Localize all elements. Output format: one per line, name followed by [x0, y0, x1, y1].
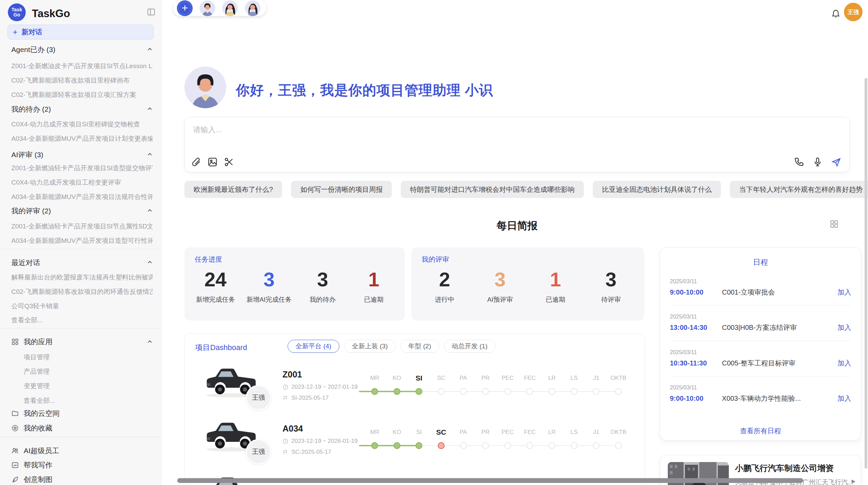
section-agent-done[interactable]: Agent已办 (3)	[11, 45, 55, 54]
my-apps-label: 我的应用	[24, 337, 52, 347]
view-all-schedule-link[interactable]: 查看所有日程	[660, 426, 861, 436]
send-icon[interactable]	[831, 157, 841, 167]
app-title: TaskGo	[32, 8, 70, 20]
picture-icon	[11, 461, 19, 469]
stat-ai-pre-review: 3 AI预评审	[480, 268, 520, 304]
join-button[interactable]: 加入	[837, 394, 851, 403]
project-flag: SI-2025-05-17	[282, 395, 329, 401]
milestone: LR	[541, 426, 563, 449]
chevron-up-icon[interactable]	[146, 259, 153, 266]
news-title[interactable]: 小鹏飞行汽车制造公司增资	[735, 463, 834, 474]
schedule-time: 9:00-10:00	[670, 395, 722, 402]
section-recent-chats[interactable]: 最近对话	[11, 258, 40, 268]
stat-value: 1	[353, 268, 394, 291]
scroll-down-arrow[interactable]: ▼	[827, 467, 832, 472]
suggestion-chip[interactable]: 当下年轻人对汽车外观有怎样的喜好趋势	[730, 181, 868, 198]
tab-new-platform[interactable]: 全新平台 (4)	[288, 340, 339, 353]
sidebar-collapse-icon[interactable]	[147, 8, 156, 16]
scissors-icon[interactable]	[224, 157, 234, 167]
stat-value: 3	[246, 268, 292, 291]
sidebar-item[interactable]: C02-飞腾新能源轻客改款项目立项汇报方案	[11, 90, 153, 99]
horizontal-scrollbar[interactable]	[177, 478, 803, 483]
sidebar-item[interactable]: C0X4-动力总成开发项目SI里程碑提交物检查	[11, 120, 153, 129]
greeting-title: 你好，王强，我是你的项目管理助理 小识	[236, 81, 493, 100]
sidebar-item[interactable]: Z001-全新燃油轻卡产品开发项目SI节点属性5D文件评审	[11, 222, 153, 231]
recent-chat-item[interactable]: C02-飞腾新能源轻客改款项目的闭环通告反馈情况	[11, 287, 153, 296]
avatar[interactable]	[245, 0, 261, 16]
milestone-dot	[415, 388, 422, 395]
sidebar-item[interactable]: C0X4-动力总成开发项目工程变更评审	[11, 178, 153, 187]
section-my-todo[interactable]: 我的待办 (2)	[11, 104, 51, 114]
app-item-project-mgmt[interactable]: 项目管理	[24, 353, 50, 362]
avatar[interactable]	[200, 0, 215, 16]
add-conversation-button[interactable]: +	[177, 0, 193, 16]
suggestion-chip[interactable]: 如何写一份清晰的项目周报	[291, 181, 392, 198]
suggestion-chip[interactable]: 欧洲新规最近颁布了什么?	[184, 181, 282, 198]
project-flag-text: SC-2025-05-17	[291, 449, 331, 456]
sidebar-item[interactable]: A034-全新新能源MUV产品开发项目法规符合性评审	[11, 192, 153, 201]
sidebar-item[interactable]: Z001-全新燃油皮卡产品开发项目SI节点Lesson Learn报告	[11, 62, 153, 71]
recent-view-all[interactable]: 查看全部...	[11, 316, 153, 325]
image-icon[interactable]	[207, 157, 218, 167]
app-item-product-mgmt[interactable]: 产品管理	[24, 367, 50, 376]
sidebar-item-help-write[interactable]: 帮我写作	[11, 460, 52, 470]
chevron-up-icon[interactable]	[146, 105, 153, 112]
project-name[interactable]: Z001	[282, 370, 302, 380]
avatar[interactable]	[222, 0, 238, 16]
scroll-right-arrow[interactable]: ▶	[852, 478, 856, 484]
section-ai-review[interactable]: AI评审 (3)	[11, 150, 43, 160]
join-button[interactable]: 加入	[837, 359, 851, 368]
chevron-up-icon[interactable]	[146, 338, 153, 345]
sidebar-item-cloud[interactable]: 我的云空间	[11, 409, 60, 418]
schedule-title: 日程	[660, 257, 861, 268]
milestone-dot	[438, 388, 445, 395]
my-review-title: 我的评审	[422, 255, 449, 264]
section-my-review[interactable]: 我的评审 (2)	[11, 206, 51, 216]
sidebar-item-ai-employee[interactable]: AI超级员工	[11, 446, 59, 456]
chevron-up-icon[interactable]	[146, 46, 153, 53]
project-dashboard-card: 项目Dashboard 全新平台 (4) 全新上装 (3) 年型 (2) 动总开…	[184, 333, 645, 485]
bell-icon[interactable]	[831, 8, 841, 18]
logo-line2: Go	[13, 12, 20, 17]
user-avatar[interactable]: 王强	[844, 3, 863, 21]
project-flag: SC-2025-05-17	[282, 449, 331, 456]
sidebar-item[interactable]: Z001-全新燃油轻卡产品开发项目SI造型提交物评审	[11, 164, 153, 173]
apps-view-all[interactable]: 查看全部...	[24, 396, 55, 405]
join-button[interactable]: 加入	[837, 323, 851, 332]
suggestion-chips: 欧洲新规最近颁布了什么? 如何写一份清晰的项目周报 特朗普可能对进口汽车增税会对…	[184, 181, 849, 198]
suggestion-chip[interactable]: 比亚迪全固态电池计划具体说了什么	[593, 181, 721, 198]
chevron-up-icon[interactable]	[146, 151, 153, 158]
milestone: J1	[585, 372, 607, 395]
vertical-scrollbar[interactable]	[865, 78, 867, 469]
suggestion-chip[interactable]: 特朗普可能对进口汽车增税会对中国车企造成哪些影响	[401, 181, 584, 198]
stat-label: 我的待办	[302, 295, 343, 304]
milestone: J1	[585, 426, 607, 449]
sidebar-item[interactable]: C02-飞腾新能源轻客改款项目里程碑画布	[11, 76, 153, 85]
join-button[interactable]: 加入	[837, 288, 851, 297]
schedule-event-title: C005-整车工程目标评审	[722, 359, 837, 368]
microphone-icon[interactable]	[812, 157, 823, 167]
sidebar-item[interactable]: A034-全新新能源MUV产品开发项目计划变更表编写	[11, 134, 153, 143]
sidebar-item-creative-draw[interactable]: 创意制图	[11, 475, 52, 484]
recent-chat-item[interactable]: 解释最新出台的欧盟报废车法规再生塑料比例被调至15%...	[11, 273, 153, 282]
milestone: SC	[430, 372, 452, 395]
milestone: MR	[364, 426, 386, 449]
paperclip-icon[interactable]	[191, 157, 201, 167]
chevron-up-icon[interactable]	[146, 207, 153, 214]
sidebar-item[interactable]: A034-全新新能源MUV产品开发项目造型可行性评审	[11, 236, 153, 245]
app-item-change-mgmt[interactable]: 变更管理	[24, 382, 50, 390]
sidebar-item-favorites[interactable]: 我的收藏	[11, 423, 52, 433]
tab-new-body[interactable]: 全新上装 (3)	[344, 340, 396, 353]
chat-input[interactable]	[192, 123, 674, 137]
sidebar-item-my-apps[interactable]: 我的应用	[11, 337, 52, 347]
milestone: SI	[408, 426, 430, 449]
input-actions	[794, 157, 841, 167]
stat-label: AI预评审	[480, 295, 520, 304]
tab-powertrain[interactable]: 动总开发 (1)	[444, 340, 496, 353]
project-name[interactable]: A034	[282, 424, 303, 434]
tab-model-year[interactable]: 年型 (2)	[400, 340, 439, 353]
phone-icon[interactable]	[794, 157, 804, 167]
recent-chat-item[interactable]: 公司Q3轻卡销量	[11, 302, 153, 311]
new-chat-button[interactable]: + 新对话	[8, 25, 154, 39]
grid-icon[interactable]	[830, 220, 839, 228]
